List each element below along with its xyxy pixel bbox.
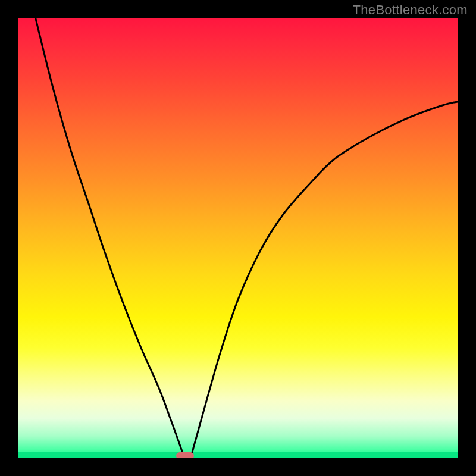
optimal-marker (176, 452, 194, 458)
curve-right-branch (192, 102, 458, 454)
curve-left-branch (36, 18, 183, 454)
watermark-text: TheBottleneck.com (353, 2, 468, 18)
bottleneck-curve (18, 18, 458, 458)
plot-area (18, 18, 458, 458)
chart-frame: TheBottleneck.com (0, 0, 476, 476)
